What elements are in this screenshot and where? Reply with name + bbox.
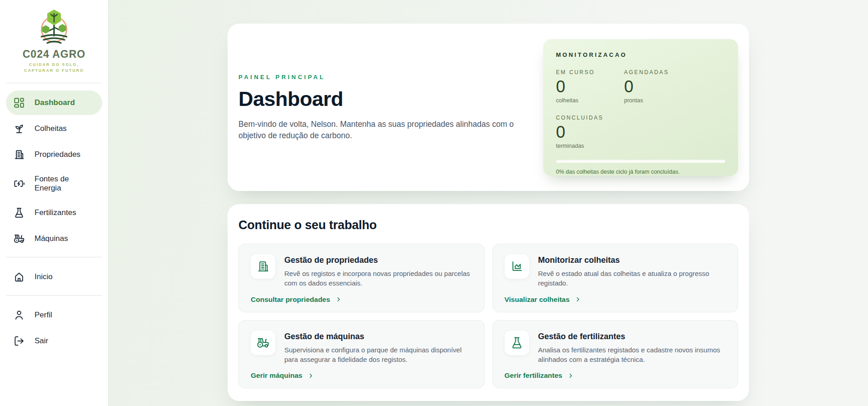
- sidebar-nav: Dashboard Colheitas Propriedades: [0, 88, 108, 252]
- sidebar-nav-secondary: Inicio: [0, 262, 108, 291]
- chevron-right-icon: [567, 372, 574, 379]
- task-description: Supervisiona e configura o parque de máq…: [284, 345, 472, 365]
- building-icon: [256, 260, 270, 273]
- task-description: Revê os registos e incorpora novas propr…: [284, 269, 472, 288]
- task-description: Analisa os fertilizantes registados e ca…: [538, 345, 726, 365]
- task-card-colheitas: Monitorizar colheitas Revê o estado atua…: [492, 244, 739, 312]
- stat-concluidas: CONCLUIDAS 0 terminadas: [556, 115, 624, 149]
- harvest-progress-bar: [556, 160, 725, 163]
- sidebar-item-fontes-energia[interactable]: Fontes de Energia: [6, 168, 102, 199]
- task-title: Gestão de propriedades: [284, 256, 472, 265]
- page-title: Dashboard: [238, 87, 515, 111]
- flask-icon: [510, 336, 524, 350]
- sidebar-divider: [6, 257, 102, 257]
- task-title: Monitorizar colheitas: [538, 256, 726, 265]
- app-logo: C024 AGRO CUIDAR DO SOLO, CAPTURAR O FUT…: [0, 0, 108, 78]
- icon-tile: [505, 254, 529, 279]
- monitoring-stats: EM CURSO 0 colheitas AGENDADAS 0 prontas…: [556, 69, 725, 149]
- sidebar-item-fertilizantes[interactable]: Fertilizantes: [6, 200, 102, 225]
- sidebar-item-perfil[interactable]: Perfil: [6, 303, 102, 327]
- chevron-right-icon: [335, 296, 342, 303]
- sidebar-item-label: Dashboard: [35, 98, 75, 107]
- monitoring-title: MONITORIZACAO: [556, 51, 725, 58]
- sidebar-divider: [6, 295, 102, 296]
- task-title: Gestão de fertilizantes: [538, 332, 726, 341]
- hero-text: PAINEL PRINCIPAL Dashboard Bem-vindo de …: [238, 74, 515, 141]
- stat-em-curso: EM CURSO 0 colheitas: [556, 69, 624, 104]
- gerir-fertilizantes-link[interactable]: Gerir fertilizantes: [505, 371, 726, 380]
- sidebar-item-colheitas[interactable]: Colheitas: [6, 116, 102, 141]
- chart-icon: [510, 260, 524, 273]
- logo-tree-icon: [33, 7, 75, 47]
- task-card-fertilizantes: Gestão de fertilizantes Analisa os ferti…: [492, 320, 739, 389]
- building-icon: [13, 149, 25, 160]
- consultar-propriedades-link[interactable]: Consultar propriedades: [251, 296, 472, 304]
- chevron-right-icon: [308, 372, 314, 379]
- battery-charging-icon: [13, 178, 25, 190]
- sidebar-item-label: Colheitas: [35, 124, 67, 133]
- dashboard-grid-icon: [13, 97, 25, 109]
- task-card-propriedades: Gestão de propriedades Revê os registos …: [238, 244, 485, 312]
- icon-tile: [251, 254, 275, 279]
- dashboard-hero-panel: PAINEL PRINCIPAL Dashboard Bem-vindo de …: [228, 24, 749, 191]
- continue-work-panel: Continue o seu trabalho Gestão de propri…: [228, 204, 749, 401]
- sidebar-item-propriedades[interactable]: Propriedades: [6, 142, 102, 167]
- sidebar: C024 AGRO CUIDAR DO SOLO, CAPTURAR O FUT…: [0, 0, 109, 406]
- sidebar-item-label: Propriedades: [35, 150, 80, 159]
- tractor-icon: [13, 233, 25, 245]
- sidebar-item-label: Perfil: [35, 311, 52, 320]
- sidebar-item-label: Máquinas: [35, 234, 68, 243]
- sprout-icon: [13, 123, 25, 135]
- section-heading: Continue o seu trabalho: [238, 218, 738, 232]
- flask-icon: [13, 207, 25, 219]
- main-content: PAINEL PRINCIPAL Dashboard Bem-vindo de …: [109, 0, 868, 406]
- logout-icon: [13, 335, 25, 347]
- task-description: Revê o estado atual das colheitas e atua…: [538, 269, 726, 288]
- monitoring-card: MONITORIZACAO EM CURSO 0 colheitas AGEND…: [543, 39, 738, 176]
- sidebar-item-dashboard[interactable]: Dashboard: [6, 90, 102, 115]
- sidebar-item-sair[interactable]: Sair: [6, 329, 102, 353]
- welcome-message: Bem-vindo de volta, Nelson. Mantenha as …: [238, 119, 515, 141]
- logo-name: C024 AGRO: [5, 48, 104, 60]
- icon-tile: [251, 331, 275, 355]
- home-icon: [13, 271, 25, 283]
- stat-agendadas: AGENDADAS 0 prontas: [624, 69, 725, 104]
- visualizar-colheitas-link[interactable]: Visualizar colheitas: [505, 296, 726, 304]
- task-card-grid: Gestão de propriedades Revê os registos …: [238, 244, 738, 388]
- logo-tagline: CUIDAR DO SOLO, CAPTURAR O FUTURO: [5, 62, 104, 74]
- sidebar-nav-footer: Perfil Sair: [0, 300, 108, 355]
- user-icon: [13, 309, 25, 321]
- tractor-icon: [256, 336, 270, 350]
- harvest-progress-caption: 0% das colheitas deste ciclo já foram co…: [556, 169, 725, 175]
- sidebar-item-inicio[interactable]: Inicio: [6, 265, 102, 289]
- sidebar-divider: [6, 83, 102, 83]
- sidebar-item-label: Fertilizantes: [35, 208, 76, 217]
- task-title: Gestão de máquinas: [284, 332, 472, 341]
- hero-eyebrow: PAINEL PRINCIPAL: [238, 74, 515, 80]
- icon-tile: [505, 331, 529, 355]
- sidebar-item-label: Inicio: [35, 272, 53, 281]
- task-card-maquinas: Gestão de máquinas Supervisiona e config…: [238, 320, 485, 389]
- sidebar-item-maquinas[interactable]: Máquinas: [6, 226, 102, 251]
- sidebar-item-label: Fontes de Energia: [35, 175, 95, 193]
- chevron-right-icon: [575, 296, 581, 303]
- sidebar-item-label: Sair: [35, 336, 48, 346]
- gerir-maquinas-link[interactable]: Gerir máquinas: [251, 371, 472, 380]
